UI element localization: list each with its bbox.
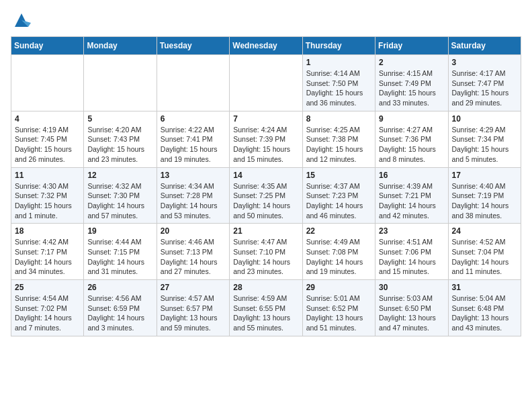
day-info: Sunrise: 4:24 AM Sunset: 7:39 PM Dayligh… bbox=[233, 125, 298, 165]
day-of-week-header: Monday bbox=[84, 37, 157, 55]
calendar-week-row: 11Sunrise: 4:30 AM Sunset: 7:32 PM Dayli… bbox=[11, 167, 521, 224]
day-number: 22 bbox=[306, 226, 371, 236]
calendar-cell: 29Sunrise: 5:01 AM Sunset: 6:52 PM Dayli… bbox=[302, 280, 375, 336]
day-number: 20 bbox=[161, 226, 226, 236]
day-info: Sunrise: 4:34 AM Sunset: 7:28 PM Dayligh… bbox=[161, 181, 226, 221]
calendar-cell: 26Sunrise: 4:56 AM Sunset: 6:59 PM Dayli… bbox=[84, 280, 157, 336]
calendar-week-row: 4Sunrise: 4:19 AM Sunset: 7:45 PM Daylig… bbox=[11, 111, 521, 167]
calendar-cell: 11Sunrise: 4:30 AM Sunset: 7:32 PM Dayli… bbox=[11, 167, 84, 224]
day-info: Sunrise: 4:15 AM Sunset: 7:49 PM Dayligh… bbox=[379, 68, 444, 108]
calendar-cell: 30Sunrise: 5:03 AM Sunset: 6:50 PM Dayli… bbox=[375, 280, 448, 336]
calendar-cell: 14Sunrise: 4:35 AM Sunset: 7:25 PM Dayli… bbox=[230, 167, 302, 224]
day-info: Sunrise: 4:44 AM Sunset: 7:15 PM Dayligh… bbox=[87, 237, 152, 277]
calendar-cell: 20Sunrise: 4:46 AM Sunset: 7:13 PM Dayli… bbox=[157, 224, 229, 280]
day-info: Sunrise: 4:54 AM Sunset: 7:02 PM Dayligh… bbox=[15, 293, 80, 333]
day-of-week-header: Thursday bbox=[302, 37, 375, 55]
day-number: 13 bbox=[161, 171, 226, 180]
day-info: Sunrise: 4:30 AM Sunset: 7:32 PM Dayligh… bbox=[15, 181, 80, 221]
day-of-week-header: Tuesday bbox=[157, 37, 229, 55]
calendar-cell: 9Sunrise: 4:27 AM Sunset: 7:36 PM Daylig… bbox=[375, 111, 448, 167]
day-number: 9 bbox=[379, 114, 444, 124]
day-number: 4 bbox=[15, 114, 80, 124]
day-of-week-header: Saturday bbox=[448, 37, 521, 55]
day-info: Sunrise: 4:46 AM Sunset: 7:13 PM Dayligh… bbox=[161, 237, 226, 277]
day-number: 12 bbox=[87, 171, 152, 180]
day-of-week-header: Sunday bbox=[11, 37, 84, 55]
calendar-cell bbox=[157, 55, 229, 111]
day-number: 26 bbox=[87, 283, 152, 292]
calendar-cell: 15Sunrise: 4:37 AM Sunset: 7:23 PM Dayli… bbox=[302, 167, 375, 224]
calendar-cell: 2Sunrise: 4:15 AM Sunset: 7:49 PM Daylig… bbox=[375, 55, 448, 111]
day-info: Sunrise: 4:42 AM Sunset: 7:17 PM Dayligh… bbox=[15, 237, 80, 277]
calendar-cell: 4Sunrise: 4:19 AM Sunset: 7:45 PM Daylig… bbox=[11, 111, 84, 167]
day-number: 15 bbox=[306, 171, 371, 180]
day-info: Sunrise: 4:59 AM Sunset: 6:55 PM Dayligh… bbox=[233, 293, 298, 333]
calendar-cell: 10Sunrise: 4:29 AM Sunset: 7:34 PM Dayli… bbox=[448, 111, 521, 167]
calendar-cell: 22Sunrise: 4:49 AM Sunset: 7:08 PM Dayli… bbox=[302, 224, 375, 280]
day-number: 28 bbox=[233, 283, 298, 292]
day-info: Sunrise: 4:56 AM Sunset: 6:59 PM Dayligh… bbox=[87, 293, 152, 333]
calendar-cell: 27Sunrise: 4:57 AM Sunset: 6:57 PM Dayli… bbox=[157, 280, 229, 336]
day-info: Sunrise: 4:27 AM Sunset: 7:36 PM Dayligh… bbox=[379, 125, 444, 165]
day-number: 3 bbox=[452, 58, 517, 67]
day-info: Sunrise: 4:35 AM Sunset: 7:25 PM Dayligh… bbox=[233, 181, 298, 221]
day-number: 27 bbox=[161, 283, 226, 292]
day-of-week-header: Wednesday bbox=[230, 37, 302, 55]
day-info: Sunrise: 4:19 AM Sunset: 7:45 PM Dayligh… bbox=[15, 125, 80, 165]
calendar-table: SundayMondayTuesdayWednesdayThursdayFrid… bbox=[11, 36, 521, 336]
calendar-cell: 5Sunrise: 4:20 AM Sunset: 7:43 PM Daylig… bbox=[84, 111, 157, 167]
calendar-cell: 28Sunrise: 4:59 AM Sunset: 6:55 PM Dayli… bbox=[230, 280, 302, 336]
day-info: Sunrise: 4:52 AM Sunset: 7:04 PM Dayligh… bbox=[452, 237, 517, 277]
day-number: 29 bbox=[306, 283, 371, 292]
day-info: Sunrise: 4:22 AM Sunset: 7:41 PM Dayligh… bbox=[161, 125, 226, 165]
calendar-cell: 13Sunrise: 4:34 AM Sunset: 7:28 PM Dayli… bbox=[157, 167, 229, 224]
logo-icon bbox=[12, 11, 31, 30]
day-info: Sunrise: 4:47 AM Sunset: 7:10 PM Dayligh… bbox=[233, 237, 298, 277]
calendar-cell: 8Sunrise: 4:25 AM Sunset: 7:38 PM Daylig… bbox=[302, 111, 375, 167]
calendar-cell bbox=[84, 55, 157, 111]
calendar-cell: 23Sunrise: 4:51 AM Sunset: 7:06 PM Dayli… bbox=[375, 224, 448, 280]
calendar-week-row: 18Sunrise: 4:42 AM Sunset: 7:17 PM Dayli… bbox=[11, 224, 521, 280]
day-number: 7 bbox=[233, 114, 298, 124]
day-number: 16 bbox=[379, 171, 444, 180]
day-info: Sunrise: 5:04 AM Sunset: 6:48 PM Dayligh… bbox=[452, 293, 517, 333]
calendar-cell: 24Sunrise: 4:52 AM Sunset: 7:04 PM Dayli… bbox=[448, 224, 521, 280]
day-number: 24 bbox=[452, 226, 517, 236]
day-number: 19 bbox=[87, 226, 152, 236]
calendar-cell: 3Sunrise: 4:17 AM Sunset: 7:47 PM Daylig… bbox=[448, 55, 521, 111]
day-number: 21 bbox=[233, 226, 298, 236]
day-number: 8 bbox=[306, 114, 371, 124]
calendar-cell bbox=[11, 55, 84, 111]
calendar-cell: 16Sunrise: 4:39 AM Sunset: 7:21 PM Dayli… bbox=[375, 167, 448, 224]
logo bbox=[11, 11, 31, 30]
day-number: 30 bbox=[379, 283, 444, 292]
day-number: 1 bbox=[306, 58, 371, 67]
day-number: 10 bbox=[452, 114, 517, 124]
calendar-cell: 19Sunrise: 4:44 AM Sunset: 7:15 PM Dayli… bbox=[84, 224, 157, 280]
calendar-cell: 25Sunrise: 4:54 AM Sunset: 7:02 PM Dayli… bbox=[11, 280, 84, 336]
calendar-week-row: 25Sunrise: 4:54 AM Sunset: 7:02 PM Dayli… bbox=[11, 280, 521, 336]
day-number: 2 bbox=[379, 58, 444, 67]
day-info: Sunrise: 5:01 AM Sunset: 6:52 PM Dayligh… bbox=[306, 293, 371, 333]
day-number: 5 bbox=[87, 114, 152, 124]
day-info: Sunrise: 4:32 AM Sunset: 7:30 PM Dayligh… bbox=[87, 181, 152, 221]
day-of-week-header: Friday bbox=[375, 37, 448, 55]
day-info: Sunrise: 4:17 AM Sunset: 7:47 PM Dayligh… bbox=[452, 68, 517, 108]
calendar-cell: 31Sunrise: 5:04 AM Sunset: 6:48 PM Dayli… bbox=[448, 280, 521, 336]
day-info: Sunrise: 4:49 AM Sunset: 7:08 PM Dayligh… bbox=[306, 237, 371, 277]
day-info: Sunrise: 4:51 AM Sunset: 7:06 PM Dayligh… bbox=[379, 237, 444, 277]
calendar-header-row: SundayMondayTuesdayWednesdayThursdayFrid… bbox=[11, 37, 521, 55]
day-info: Sunrise: 4:40 AM Sunset: 7:19 PM Dayligh… bbox=[452, 181, 517, 221]
day-info: Sunrise: 4:57 AM Sunset: 6:57 PM Dayligh… bbox=[161, 293, 226, 333]
day-info: Sunrise: 4:14 AM Sunset: 7:50 PM Dayligh… bbox=[306, 68, 371, 108]
day-info: Sunrise: 4:25 AM Sunset: 7:38 PM Dayligh… bbox=[306, 125, 371, 165]
calendar-cell: 21Sunrise: 4:47 AM Sunset: 7:10 PM Dayli… bbox=[230, 224, 302, 280]
day-info: Sunrise: 4:39 AM Sunset: 7:21 PM Dayligh… bbox=[379, 181, 444, 221]
day-number: 11 bbox=[15, 171, 80, 180]
day-number: 25 bbox=[15, 283, 80, 292]
page-header bbox=[11, 11, 521, 30]
day-info: Sunrise: 4:20 AM Sunset: 7:43 PM Dayligh… bbox=[87, 125, 152, 165]
day-info: Sunrise: 5:03 AM Sunset: 6:50 PM Dayligh… bbox=[379, 293, 444, 333]
day-info: Sunrise: 4:37 AM Sunset: 7:23 PM Dayligh… bbox=[306, 181, 371, 221]
day-number: 14 bbox=[233, 171, 298, 180]
